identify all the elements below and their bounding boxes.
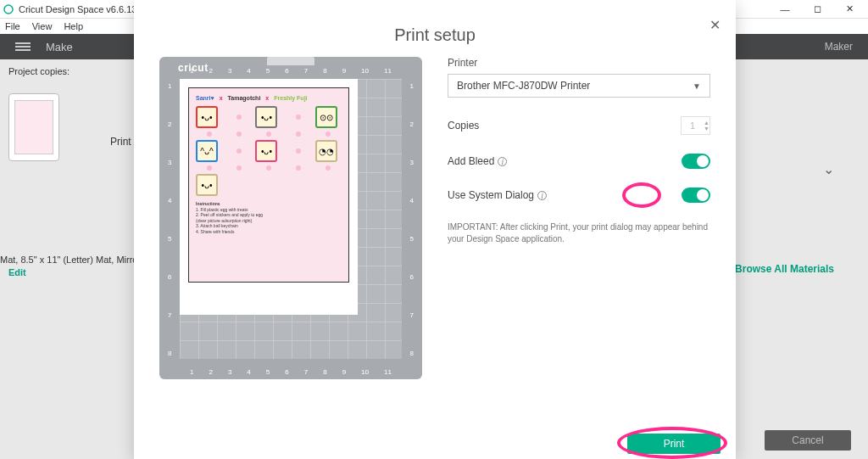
info-icon[interactable]: i — [498, 157, 507, 166]
character-icon: •ᴗ• — [196, 106, 218, 128]
system-dialog-row: Use System Dialogi — [448, 188, 710, 203]
character-icon: ⊙⊙ — [315, 106, 337, 128]
mat-tab — [267, 57, 314, 65]
character-grid: •ᴗ• •ᴗ• ⊙⊙ ^ᴗ^ •ᴗ• ◔◔ •ᴗ• — [196, 106, 342, 196]
print-setup-modal: ✕ Print setup cricut 1234567891011 12345… — [134, 0, 736, 459]
hamburger-icon[interactable] — [15, 41, 31, 53]
add-bleed-row: Add Bleedi — [448, 154, 710, 169]
copies-row: Copies 1 ▲▼ — [448, 116, 710, 135]
annotation-circle — [622, 182, 661, 208]
titlebar-left: Cricut Design Space v6.6.134 — [3, 4, 142, 14]
caret-down-icon: ▼ — [693, 81, 701, 91]
character-icon: ◔◔ — [315, 140, 337, 162]
maximize-button[interactable]: ◻ — [802, 1, 832, 18]
printable-page: Sanri♥ x Tamagotchi x Freshly Fuji •ᴗ• •… — [180, 79, 358, 315]
make-label[interactable]: Make — [46, 41, 73, 53]
modal-title: Print setup — [134, 25, 736, 45]
instructions: Instructions 1. Fill plastic egg with tr… — [196, 201, 342, 234]
chevron-down-icon[interactable]: ⌄ — [823, 161, 834, 177]
character-icon: •ᴗ• — [255, 140, 277, 162]
close-window-button[interactable]: ✕ — [834, 1, 865, 18]
ruler-top: 1234567891011 — [190, 67, 392, 75]
design-artwork: Sanri♥ x Tamagotchi x Freshly Fuji •ᴗ• •… — [188, 87, 349, 283]
modal-footer: Print — [627, 434, 721, 454]
copies-stepper[interactable]: 1 ▲▼ — [681, 116, 710, 135]
character-icon: •ᴗ• — [255, 106, 277, 128]
browse-materials-link[interactable]: Browse All Materials — [735, 263, 834, 275]
system-dialog-toggle[interactable] — [682, 188, 710, 203]
design-brand-row: Sanri♥ x Tamagotchi x Freshly Fuji — [196, 95, 342, 101]
ruler-left: 12345678 — [168, 82, 171, 357]
edit-link[interactable]: Edit — [8, 267, 26, 277]
important-note: IMPORTANT: After clicking Print, your pr… — [448, 221, 710, 245]
cricut-logo-icon — [3, 4, 14, 14]
add-bleed-toggle[interactable] — [682, 154, 710, 169]
mat-preview: cricut 1234567891011 12345678 12345678 1… — [159, 57, 422, 379]
ruler-right: 12345678 — [410, 82, 414, 357]
info-icon[interactable]: i — [537, 191, 547, 200]
system-dialog-label: Use System Dialogi — [448, 189, 547, 201]
mat-panel — [8, 93, 59, 168]
menu-file[interactable]: File — [5, 21, 20, 31]
printer-select[interactable]: Brother MFC-J870DW Printer ▼ — [448, 74, 710, 98]
add-bleed-label: Add Bleedi — [448, 155, 507, 167]
copies-label: Copies — [448, 120, 479, 132]
close-icon[interactable]: ✕ — [709, 17, 721, 33]
maker-label: Maker — [825, 41, 853, 53]
menu-help[interactable]: Help — [64, 21, 83, 31]
minimize-button[interactable]: — — [770, 1, 800, 18]
print-options: Printer Brother MFC-J870DW Printer ▼ Cop… — [448, 57, 710, 379]
character-icon: ^ᴗ^ — [196, 140, 218, 162]
ruler-bottom: 1234567891011 — [190, 368, 392, 376]
printer-label: Printer — [448, 57, 710, 69]
svg-point-0 — [4, 5, 13, 14]
mat-thumbnail[interactable] — [8, 93, 59, 161]
print-button[interactable]: Print — [627, 434, 721, 454]
window-title: Cricut Design Space v6.6.134 — [19, 4, 142, 14]
print-label: Print — [110, 136, 131, 148]
printer-value: Brother MFC-J870DW Printer — [457, 80, 590, 92]
cancel-button-bg[interactable]: Cancel — [765, 430, 851, 451]
spinner-icon[interactable]: ▲▼ — [704, 120, 709, 132]
menu-view[interactable]: View — [32, 21, 53, 31]
mat-description: Mat, 8.5" x 11" (Letter) Mat, Mirro — [0, 255, 137, 265]
titlebar-controls: — ◻ ✕ — [770, 1, 865, 18]
copies-value: 1 — [682, 117, 704, 134]
character-icon: •ᴗ• — [196, 174, 218, 196]
